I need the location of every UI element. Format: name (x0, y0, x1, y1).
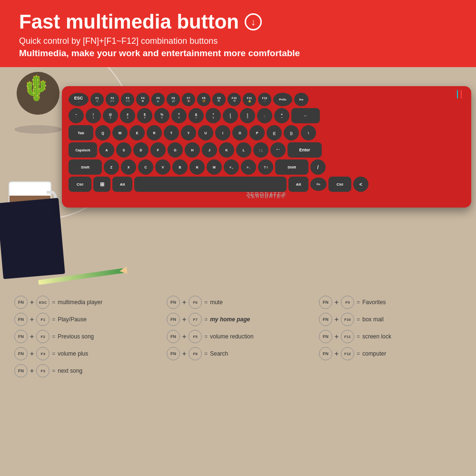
key-alt-right[interactable]: Alt (288, 177, 308, 192)
key-f11[interactable]: F11🔒 (243, 93, 256, 106)
key-k[interactable]: K (219, 142, 234, 158)
key-d[interactable]: D (133, 142, 149, 158)
key-f3[interactable]: F3>>| (121, 93, 134, 106)
key-f9[interactable]: F9🔍 (212, 93, 226, 106)
key-q[interactable]: Q (95, 125, 110, 140)
sc-esc-key: ESC (36, 296, 50, 309)
key-7[interactable]: &7 (188, 108, 204, 123)
sc-fn-key: FN (319, 296, 332, 309)
key-f1[interactable]: F1>| (90, 93, 104, 106)
key-space[interactable] (134, 177, 287, 192)
key-f8[interactable]: F8🔆 (197, 93, 210, 106)
key-3[interactable]: #3 (120, 108, 135, 123)
key-9[interactable]: (9 (223, 108, 238, 123)
key-win[interactable]: ⊞ (93, 177, 110, 192)
key-m[interactable]: M (207, 159, 222, 175)
key-i[interactable]: I (215, 125, 230, 140)
key-f6[interactable]: F6🔊 (167, 93, 180, 106)
plant-leaves-icon: 🌵 (21, 74, 51, 102)
key-j[interactable]: J (202, 142, 217, 158)
sc-equals-icon: = (204, 333, 208, 340)
key-p[interactable]: P (249, 125, 265, 140)
key-angle[interactable]: < (353, 177, 368, 192)
key-r[interactable]: R (147, 125, 162, 140)
key-esc[interactable]: ESC♪ (69, 93, 89, 106)
key-f5[interactable]: F5🔉 (151, 93, 165, 106)
key-g[interactable]: G (168, 142, 183, 158)
key-quote[interactable]: " ' (270, 142, 286, 158)
key-o[interactable]: O (232, 125, 248, 140)
key-shift-right[interactable]: Shift (275, 159, 308, 175)
key-equals[interactable]: += (274, 108, 289, 123)
key-e[interactable]: E (129, 125, 145, 140)
key-minus[interactable]: _- (257, 108, 272, 123)
sc-fn-key: FN (14, 330, 28, 343)
shortcuts-column-3: FN + F9 = Favorites FN + F10 = box mail … (319, 296, 462, 381)
key-arrow[interactable]: / (310, 159, 326, 175)
sc-f8-key: F8 (188, 347, 202, 360)
sc-plus-icon: + (335, 350, 338, 357)
key-5[interactable]: %5 (154, 108, 169, 123)
key-f12[interactable]: F12□ (258, 93, 271, 106)
shortcut-fn-f10: FN + F10 = box mail (319, 313, 462, 326)
key-z[interactable]: Z (104, 159, 119, 175)
key-f7[interactable]: F7🔇 (182, 93, 195, 106)
shortcuts-column-2: FN + F6 = mute FN + F7 = my home page FN… (167, 296, 309, 381)
key-a[interactable]: A (99, 142, 114, 158)
key-6[interactable]: ^6 (171, 108, 187, 123)
key-enter[interactable]: Enter (288, 142, 322, 158)
key-slash[interactable]: ? / (258, 159, 273, 175)
key-backtick[interactable]: ~` (69, 108, 84, 123)
key-backspace[interactable]: ← (291, 108, 320, 123)
key-0[interactable]: )0 (240, 108, 255, 123)
key-ctrl-left[interactable]: Ctrl (69, 177, 91, 192)
key-v[interactable]: V (155, 159, 170, 175)
key-y[interactable]: Y (181, 125, 196, 140)
sc-f5-key: F5 (188, 330, 202, 343)
bottom-row: Ctrl ⊞ Alt ZERODATE® Alt Fn Ctrl < (69, 177, 465, 192)
key-f10[interactable]: F10✉ (228, 93, 241, 106)
key-x[interactable]: X (121, 159, 136, 175)
sc-equals-icon: = (204, 299, 208, 306)
led-q (457, 90, 458, 99)
key-backslash[interactable]: \ (301, 125, 316, 140)
key-rbracket[interactable]: }} (284, 125, 299, 140)
key-b[interactable]: B (172, 159, 188, 175)
zxcv-row: Shift Z X C V B N M < , > . ? / Shift / (69, 159, 465, 175)
sc-equals-icon: = (204, 316, 208, 323)
key-n[interactable]: N (189, 159, 205, 175)
sc-plus-icon: + (182, 316, 186, 323)
key-2[interactable]: @2 (103, 108, 118, 123)
key-semicolon[interactable]: : ; (253, 142, 268, 158)
key-c[interactable]: C (138, 159, 153, 175)
key-1[interactable]: !1 (86, 108, 101, 123)
key-alt-left[interactable]: Alt (112, 177, 132, 192)
key-lbracket[interactable]: {{ (267, 125, 282, 140)
sc-fn-key: FN (14, 347, 28, 360)
key-f2[interactable]: F2|<< (106, 93, 119, 106)
key-period[interactable]: > . (241, 159, 256, 175)
key-w[interactable]: W (112, 125, 128, 140)
key-t[interactable]: T (164, 125, 179, 140)
key-s[interactable]: S (116, 142, 131, 158)
key-f[interactable]: F (150, 142, 166, 158)
key-tab[interactable]: Tab (69, 125, 93, 140)
key-8[interactable]: *8 (206, 108, 221, 123)
key-prtsc[interactable]: PrtSc (273, 93, 292, 106)
sc-fn-key: FN (14, 364, 28, 377)
key-l[interactable]: L (236, 142, 251, 158)
key-fn-right[interactable]: Fn (310, 178, 327, 191)
key-ctrl-right[interactable]: Ctrl (328, 177, 351, 192)
key-u[interactable]: U (198, 125, 213, 140)
keyboard-brand: ZERODATE® (219, 191, 314, 197)
key-capslock[interactable]: Capslock (69, 142, 97, 158)
key-shift-left[interactable]: Shift (69, 159, 102, 175)
key-comma[interactable]: < , (224, 159, 239, 175)
key-h[interactable]: H (185, 142, 200, 158)
keyboard: ESC♪ F1>| F2|<< F3>>| F4⏹ F5🔉 F6🔊 F7🔇 F8… (62, 86, 471, 208)
key-f4[interactable]: F4⏹ (136, 93, 149, 106)
key-ins[interactable]: Ins (294, 93, 308, 106)
sc-equals-icon: = (52, 367, 55, 374)
key-4[interactable]: $4 (137, 108, 152, 123)
shortcut-fn-f4: FN + F4 = volume plus (14, 347, 157, 360)
